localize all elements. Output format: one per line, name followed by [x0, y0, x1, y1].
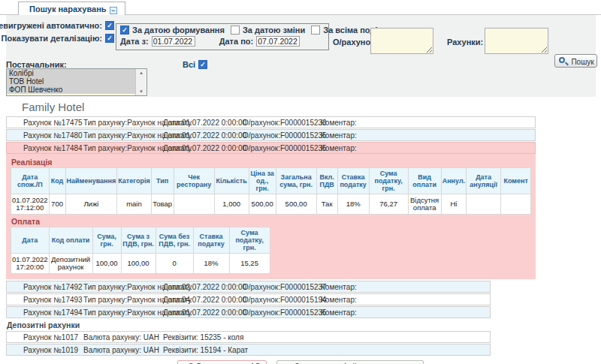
download-upload-files-button[interactable]: ↓▤ Завантажити файли вивантаження: [276, 360, 424, 364]
invoice-comment: Коментар:: [321, 308, 490, 317]
invoice-number: Рахунок №17493: [7, 296, 83, 304]
realization-header: Ставка податку: [337, 168, 369, 194]
payment-row: 01.07.2022 17:20:00 Депозитний рахунок 1…: [11, 254, 270, 274]
action-buttons: ✔С Вивантажити в 1С ↓▤ Завантажити файли…: [0, 359, 601, 364]
scroll-down-icon[interactable]: ▼: [139, 89, 143, 94]
date-mode-line: ✓ За датою формування За датою зміни За …: [120, 26, 325, 35]
invoice-number: Рахунок №17492: [7, 283, 83, 291]
deposit-details: Реквізити: 15235 - коля: [163, 333, 490, 341]
invoice-comment: Коментар:: [321, 296, 490, 304]
date-to-input[interactable]: [256, 36, 300, 47]
realization-header: Вкл. ПДВ: [316, 168, 337, 194]
invoice-o-account: О/рахунок:F0000015235: [243, 131, 321, 140]
realization-cell: Так: [316, 194, 337, 215]
deposit-number: Рахунок №1019: [7, 346, 83, 354]
invoice-row[interactable]: Рахунок №17480 Тип рахунку:Рахунок на оп…: [6, 129, 536, 141]
realization-header: Дата спож./П: [11, 168, 50, 194]
payment-header: Сума, грн.: [92, 227, 121, 254]
upload-to-1c-button[interactable]: ✔С Вивантажити в 1С: [177, 360, 267, 364]
invoice-type: Тип рахунку:Рахунок на оплату: [83, 296, 163, 304]
by-creation-date-checkbox[interactable]: ✓: [120, 26, 129, 35]
hotel-title: Family Hotel: [22, 101, 601, 113]
invoice-row[interactable]: Рахунок №17475 Тип рахунку:Рахунок на оп…: [6, 116, 536, 128]
accounts-label: Рахунки:: [447, 38, 483, 47]
realization-cell: Товар: [151, 194, 174, 215]
show-details-checkbox[interactable]: ✓: [105, 34, 114, 43]
o-account-textarea[interactable]: [370, 28, 433, 54]
payment-header: Сума без ПДВ, грн.: [156, 227, 193, 254]
deposit-currency: Валюта рахунку: UAH: [83, 346, 163, 354]
deposits-section-title: Депозитні рахунки: [7, 320, 601, 329]
search-button[interactable]: Пошук: [554, 54, 597, 68]
by-change-date-checkbox[interactable]: [231, 26, 240, 35]
payment-section-title: Оплата: [11, 217, 536, 226]
realization-header: Аннул.: [441, 168, 466, 194]
invoice-date: Дата:01.07.2022 0:00:00: [163, 131, 243, 140]
invoice-row[interactable]: Рахунок №17492 Тип рахунку:Рахунок на оп…: [6, 281, 491, 293]
all-suppliers-checkbox[interactable]: ✓: [198, 60, 207, 69]
tab-title: Пошук нарахувань: [29, 5, 107, 14]
by-creation-date-label: За датою формування: [132, 26, 225, 35]
realization-header: Комент: [501, 168, 531, 194]
invoice-row[interactable]: Рахунок №17493 Тип рахунку:Рахунок на оп…: [6, 293, 491, 305]
realization-cell-payment-missing: Відсутня оплата: [408, 194, 441, 215]
realization-cell: [501, 194, 531, 215]
by-all-events-checkbox[interactable]: [311, 26, 320, 35]
supplier-option[interactable]: ФОП Шевченко: [7, 86, 146, 94]
realization-row: 01.07.2022 17:12:00 700 Лижі main Товар …: [11, 194, 531, 215]
invoice-type: Тип рахунку:Рахунок на оплату: [83, 144, 163, 152]
invoice-number: Рахунок №17480: [7, 131, 83, 140]
realization-header: Чек ресторану: [174, 168, 214, 194]
realization-header: Тип: [151, 168, 174, 194]
payment-cell: 18%: [193, 254, 229, 274]
realization-cell: [174, 194, 214, 215]
collapse-icon[interactable]: −: [110, 7, 117, 14]
realization-cell: 01.07.2022 17:12:00: [11, 194, 50, 215]
deposit-row[interactable]: Рахунок №1019 Валюта рахунку: UAH Реквіз…: [6, 344, 491, 356]
filter-panel: Тільки невигружені автоматично: ✓ Показу…: [6, 15, 596, 97]
invoice-comment: Коментар:: [321, 283, 490, 291]
invoice-type: Тип рахунку:Рахунок на оплату: [83, 131, 163, 140]
deposit-row[interactable]: Рахунок №1017 Валюта рахунку: UAH Реквіз…: [6, 331, 491, 343]
invoice-o-account: О/рахунок:F0000015235: [243, 144, 321, 152]
invoice-number: Рахунок №17475: [7, 119, 83, 127]
all-label: Всі: [183, 60, 195, 69]
payment-cell: 100,00: [92, 254, 121, 274]
invoice-row[interactable]: Рахунок №17494 Тип рахунку:Рахунок на оп…: [6, 306, 491, 318]
realization-table: Дата спож./П Код Найменування Категорія …: [11, 167, 531, 215]
page: Пошук нарахувань− Тільки невигружені авт…: [0, 0, 601, 364]
supplier-option[interactable]: ТОВ Hotel: [7, 77, 146, 86]
realization-header: Вид оплати: [408, 168, 441, 194]
payment-cell: 0: [156, 254, 193, 274]
date-to-label: Дата по:: [219, 37, 254, 46]
payment-header: Дата: [11, 227, 50, 254]
only-not-uploaded-row: Тільки невигружені автоматично: ✓: [6, 21, 114, 30]
scroll-up-icon[interactable]: ▲: [139, 71, 143, 75]
invoice-row-selected[interactable]: Рахунок №17484 Тип рахунку:Рахунок на оп…: [6, 142, 536, 154]
by-change-date-label: За датою зміни: [243, 26, 305, 35]
search-icon: [559, 57, 565, 63]
date-range-line: Дата з: Дата по:: [120, 36, 325, 47]
tab-search-accruals[interactable]: Пошук нарахувань−: [18, 2, 125, 15]
realization-cell: 500,00: [276, 194, 316, 215]
supplier-option[interactable]: Колібрі: [7, 69, 146, 77]
deposit-number: Рахунок №1017: [7, 333, 83, 341]
invoice-o-account: О/рахунок:F0000015235: [243, 308, 321, 317]
accounts-textarea[interactable]: [485, 28, 548, 54]
supplier-multiselect[interactable]: Колібрі ТОВ Hotel ФОП Шевченко ▲ ▼: [6, 68, 147, 96]
tab-bar: Пошук нарахувань−: [0, 0, 601, 15]
invoice-detail-panel: Реалізація Дата спож./П Код Найменування…: [6, 154, 536, 279]
payment-cell: 15,25: [229, 254, 270, 274]
payment-table: Дата Код оплати Сума, грн. Сума з ПДВ, г…: [11, 227, 270, 274]
date-from-input[interactable]: [152, 36, 195, 47]
payment-header: Сума податку, грн.: [229, 227, 270, 254]
realization-cell: 700: [49, 194, 65, 215]
invoice-type: Тип рахунку:Рахунок на оплату: [83, 308, 163, 317]
realization-header: Кількість: [214, 168, 249, 194]
realization-header: Код: [49, 168, 65, 194]
invoice-group-2: Рахунок №17492 Тип рахунку:Рахунок на оп…: [6, 281, 601, 318]
realization-cell: main: [117, 194, 151, 215]
payment-cell: 01.07.2022 17:20:00: [11, 254, 50, 274]
supplier-select-scrollbar[interactable]: ▲ ▼: [135, 69, 146, 95]
only-not-uploaded-checkbox[interactable]: ✓: [105, 21, 114, 30]
